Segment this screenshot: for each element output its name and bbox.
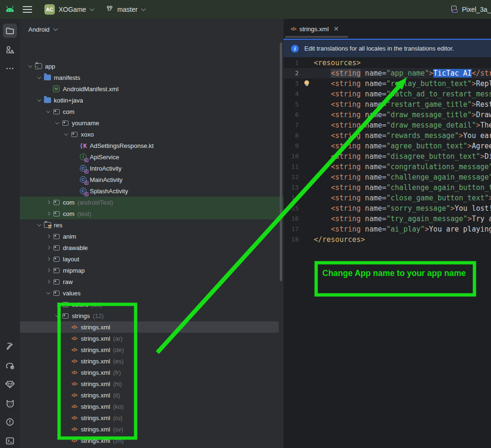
tree-item-introactivity[interactable]: CKIntroActivity xyxy=(20,163,284,174)
build-tool-button[interactable] xyxy=(3,339,17,353)
tree-item-mainactivity[interactable]: CKMainActivity xyxy=(20,174,284,185)
tree-item-com[interactable]: com xyxy=(20,106,284,117)
tree-item-res[interactable]: res xyxy=(20,219,284,231)
tree-item-strings-xml[interactable]: </>strings.xml(ar) xyxy=(20,333,284,344)
tree-item-raw[interactable]: raw xyxy=(20,276,284,287)
vcs-branch-widget[interactable]: master xyxy=(106,5,145,14)
resource-manager-tool-button[interactable] xyxy=(3,43,17,57)
tree-item-apiservice[interactable]: IKApiService xyxy=(20,151,284,163)
project-name[interactable]: XOGame xyxy=(59,6,86,13)
tree-item-values[interactable]: values xyxy=(20,287,284,299)
code-line-1[interactable]: 1<resources> xyxy=(284,58,491,68)
tree-item-com[interactable]: com(androidTest) xyxy=(20,197,284,208)
code-line-8[interactable]: 8 <string name="rewards_message">You ear… xyxy=(284,130,491,141)
line-number: 17 xyxy=(284,224,304,234)
tree-item-splashactivity[interactable]: CKSplashActivity xyxy=(20,185,284,197)
tree-item-androidmanifest-xml[interactable]: MAndroidManifest.xml xyxy=(20,83,284,95)
code-line-14[interactable]: 14 <string name="close_game_button_text"… xyxy=(284,193,491,203)
line-number: 2 xyxy=(284,68,304,78)
tree-item-mipmap[interactable]: mipmap xyxy=(20,265,284,276)
code-line-6[interactable]: 6 <string name="draw_message_title">Draw… xyxy=(284,110,491,120)
chevron-down-icon[interactable] xyxy=(53,315,61,317)
tab-label: strings.xml xyxy=(299,26,328,33)
main-menu-button[interactable] xyxy=(23,6,32,13)
code-line-7[interactable]: 7 <string name="draw_message_detail">The… xyxy=(284,120,491,130)
tree-item-manifests[interactable]: manifests xyxy=(20,72,284,83)
chevron-down-icon[interactable] xyxy=(35,224,43,226)
tree-item-com[interactable]: com(test) xyxy=(20,208,284,219)
device-selector[interactable]: Pixel_3a_ xyxy=(450,6,491,14)
tree-item-xoxo[interactable]: xoxo xyxy=(20,129,284,140)
tab-close-icon[interactable]: ✕ xyxy=(334,26,339,32)
chevron-right-icon[interactable] xyxy=(44,201,52,204)
code-line-10[interactable]: 10 <string name="disagree_button_text">D… xyxy=(284,151,491,162)
chevron-right-icon[interactable] xyxy=(44,235,52,238)
tree-item-adsettingsresponse-kt[interactable]: ⟨KAdSettingsResponse.kt xyxy=(20,140,284,151)
problems-tool-button[interactable] xyxy=(3,415,17,429)
code-line-16[interactable]: 16 <string name="try_again_message">Try … xyxy=(284,214,491,224)
tab-strings-xml[interactable]: </> strings.xml ✕ xyxy=(286,22,344,36)
chevron-right-icon[interactable] xyxy=(44,269,52,272)
package-icon xyxy=(53,234,60,239)
chevron-right-icon[interactable] xyxy=(44,280,52,283)
code-line-11[interactable]: 11 <string name="congratulations_message… xyxy=(284,162,491,172)
chevron-down-icon[interactable] xyxy=(53,122,61,124)
intention-bulb-icon[interactable] xyxy=(304,80,309,85)
profiler-tool-button[interactable] xyxy=(3,358,17,372)
chevron-right-icon[interactable] xyxy=(44,246,52,249)
tree-item-strings[interactable]: strings(12) xyxy=(20,310,284,321)
chevron-right-icon[interactable] xyxy=(53,303,61,306)
tree-item-strings-xml[interactable]: </>strings.xml(de) xyxy=(20,344,284,355)
tree-item-kotlin-java[interactable]: kotlin+java xyxy=(20,95,284,106)
terminal-tool-button[interactable] xyxy=(3,434,17,448)
tree-item-strings-xml[interactable]: </>strings.xml(es) xyxy=(20,355,284,367)
code-line-13[interactable]: 13 <string name="challenge_again_button_… xyxy=(284,182,491,193)
code-line-2[interactable]: 2 <string name="app_name">TicTac AI</str… xyxy=(284,68,491,78)
tree-item-strings-xml[interactable]: </>strings.xml(ko) xyxy=(20,401,284,412)
project-view-selector[interactable]: Android xyxy=(20,19,284,40)
tree-item-strings-xml[interactable]: </>strings.xml(zh) xyxy=(20,435,284,446)
chevron-down-icon[interactable] xyxy=(35,99,43,101)
project-tool-button[interactable] xyxy=(3,24,17,38)
tree-item-drawable[interactable]: drawable xyxy=(20,242,284,253)
chevron-down-icon[interactable] xyxy=(44,111,52,112)
tree-item-app[interactable]: app xyxy=(20,60,284,72)
tree-item-strings-xml[interactable]: strings.xml(zh-rCN) xyxy=(20,446,284,448)
tree-item-strings-xml[interactable]: </>strings.xml xyxy=(20,321,279,333)
banner-text[interactable]: Edit translations for all locales in the… xyxy=(304,45,454,52)
tree-item-anim[interactable]: anim xyxy=(20,231,284,242)
code-line-4[interactable]: 4 <string name="watch_ad_to_restart_mess… xyxy=(284,89,491,99)
tree-item-strings-xml[interactable]: </>strings.xml(fr) xyxy=(20,367,284,378)
logcat-tool-button[interactable] xyxy=(3,396,17,410)
tree-item-strings-xml[interactable]: </>strings.xml(ru) xyxy=(20,412,284,423)
tree-item-yourname[interactable]: yourname xyxy=(20,117,284,129)
chevron-down-icon[interactable] xyxy=(26,65,34,67)
tree-item-suffix: (it) xyxy=(113,392,120,399)
code-line-9[interactable]: 9 <string name="agree_button_text">Agree… xyxy=(284,141,491,151)
tree-item-strings-xml[interactable]: </>strings.xml(sv) xyxy=(20,423,284,435)
line-number: 8 xyxy=(284,130,304,141)
chevron-right-icon[interactable] xyxy=(44,258,52,260)
code-line-12[interactable]: 12 <string name="challenge_again_message… xyxy=(284,172,491,182)
tree-item-suffix: (zh) xyxy=(113,437,123,444)
tree-scrollbar[interactable] xyxy=(280,43,282,281)
tree-item-strings-xml[interactable]: </>strings.xml(it) xyxy=(20,389,284,401)
code-line-18[interactable]: 18</resources> xyxy=(284,234,491,245)
chevron-down-icon[interactable] xyxy=(44,292,52,294)
chevron-right-icon[interactable] xyxy=(44,212,52,215)
tree-item-label: anim xyxy=(63,233,76,240)
code-line-15[interactable]: 15 <string name="sorry_message">You lost… xyxy=(284,203,491,214)
tree-item-layout[interactable]: layout xyxy=(20,253,284,265)
code-line-17[interactable]: 17 <string name="ai_play">You are playin… xyxy=(284,224,491,234)
code-line-5[interactable]: 5 <string name="restart_game_title">Rest… xyxy=(284,99,491,110)
more-tool-windows-button[interactable] xyxy=(3,61,17,76)
package-icon xyxy=(53,268,60,273)
chevron-down-icon[interactable] xyxy=(35,77,43,78)
line-number: 13 xyxy=(284,182,304,193)
code-editor[interactable]: 1<resources>2 <string name="app_name">Ti… xyxy=(284,58,491,245)
tree-item-colors[interactable]: colors(12) xyxy=(20,299,284,310)
tree-item-strings-xml[interactable]: </>strings.xml(hi) xyxy=(20,378,284,389)
app-quality-insights-tool-button[interactable] xyxy=(3,377,17,391)
chevron-down-icon[interactable] xyxy=(62,133,70,135)
code-line-3[interactable]: 3 <string name="replay_button_text">Repl… xyxy=(284,78,491,89)
